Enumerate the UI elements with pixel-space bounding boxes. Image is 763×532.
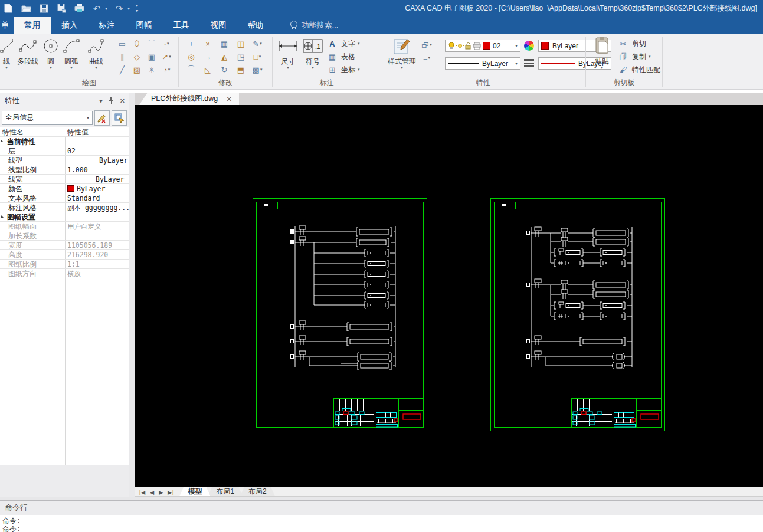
corner-icon[interactable]: ◳	[234, 51, 247, 63]
annotate-item-坐标[interactable]: ⊞坐标▾	[326, 63, 360, 76]
curve-fit-icon[interactable]: ⌒	[145, 38, 158, 50]
layout-tab-模型[interactable]: 模型	[179, 487, 210, 496]
print-icon[interactable]	[73, 2, 85, 14]
style-manager-button[interactable]: 样式管理 ▾	[384, 36, 420, 70]
undo-icon[interactable]: ↶	[91, 2, 103, 14]
customize-toolbar-icon[interactable]: ▾▾	[136, 3, 138, 14]
draw-button-多段线[interactable]: 多段线	[13, 36, 42, 65]
property-group-图幅设置[interactable]: 图幅设置	[0, 212, 129, 222]
mirror-icon[interactable]: ◭	[218, 51, 231, 63]
lineweight-icon[interactable]	[524, 59, 534, 67]
property-row-图纸方向[interactable]: 图纸方向横放	[0, 269, 129, 278]
clipboard-item-复制[interactable]: 🗍复制▾	[617, 50, 660, 63]
pie-icon[interactable]: ◔▾	[160, 64, 173, 75]
property-row-文本风格[interactable]: 文本风格Standard	[0, 193, 129, 203]
array-icon[interactable]: ▦	[218, 38, 231, 50]
extend-icon[interactable]: →	[201, 51, 214, 63]
fillet-icon[interactable]: ⌒	[185, 64, 198, 75]
property-row-标注风格[interactable]: 标注风格副本 gggggggg...	[0, 203, 129, 212]
point-icon[interactable]: ·▾	[160, 38, 173, 50]
menu-tab-工具[interactable]: 工具	[163, 17, 200, 34]
first-tab-icon[interactable]: ◀	[139, 490, 145, 495]
panel-close-icon[interactable]: ✕	[120, 97, 125, 105]
undo-dropdown-icon[interactable]: ▾	[105, 6, 107, 11]
save-all-icon[interactable]	[55, 2, 67, 14]
stretch-icon[interactable]: ◫	[234, 38, 247, 50]
panel-splitter[interactable]	[129, 93, 135, 497]
command-line-input[interactable]: 命令:命令:	[0, 516, 763, 532]
draw-button-线[interactable]: 线▾	[0, 36, 13, 70]
menu-tab-overflow[interactable]: 单	[0, 17, 14, 34]
panel-menu-dropdown-icon[interactable]: ▾	[99, 97, 103, 105]
annotate-button-尺寸[interactable]: 尺寸▾	[276, 36, 300, 70]
linetype-combo[interactable]: ByLayer ▾	[445, 57, 520, 70]
clipboard-item-特性匹配[interactable]: 🖌特性匹配	[617, 63, 660, 76]
draw-button-圆弧[interactable]: 圆弧▾	[59, 36, 84, 70]
boundary-icon[interactable]: ▣	[145, 51, 158, 63]
save-icon[interactable]	[38, 2, 50, 14]
clear-edit-button[interactable]	[94, 110, 110, 126]
edit-icon[interactable]: ✎▾	[251, 38, 264, 50]
property-row-线型比例[interactable]: 线型比例1.000	[0, 165, 129, 175]
annotate-item-表格[interactable]: ▦表格	[326, 50, 360, 63]
polygon-icon[interactable]: ◇	[130, 51, 143, 63]
drawing-canvas[interactable]	[135, 105, 763, 487]
new-file-icon[interactable]	[2, 2, 14, 14]
open-file-icon[interactable]	[20, 2, 32, 14]
property-row-图纸幅面[interactable]: 图纸幅面用户自定义	[0, 222, 129, 231]
menu-tab-插入[interactable]: 插入	[51, 17, 89, 34]
feature-search[interactable]: 功能搜索...	[290, 17, 339, 34]
scope-combo[interactable]: 全局信息 ▾	[2, 111, 93, 125]
panel-pin-icon[interactable]	[109, 97, 114, 105]
3d-move-icon[interactable]: ⬒	[234, 64, 247, 75]
layer-tools-icon[interactable]: 🗗▾	[420, 39, 433, 51]
layout-tab-布局2[interactable]: 布局2	[240, 487, 275, 496]
explode-icon[interactable]: ▩▾	[251, 64, 264, 75]
layout-tab-布局1[interactable]: 布局1	[208, 487, 243, 496]
last-tab-icon[interactable]: ▶	[168, 490, 173, 495]
prev-tab-icon[interactable]: ◀	[150, 490, 154, 495]
draw-button-圆[interactable]: 圆▾	[42, 36, 59, 70]
linetype-tools-icon[interactable]: ≡▾	[420, 52, 433, 64]
menu-tab-常用[interactable]: 常用	[14, 17, 51, 34]
scale-icon[interactable]: □▾	[251, 51, 264, 63]
property-row-加长系数[interactable]: 加长系数	[0, 231, 129, 241]
next-tab-icon[interactable]: ▶	[159, 490, 163, 495]
property-group-当前特性[interactable]: 当前特性	[0, 137, 129, 146]
redo-icon[interactable]: ↷	[113, 2, 125, 14]
annotate-button-符号[interactable]: .1符号▾	[301, 36, 325, 70]
property-row-层[interactable]: 层02	[0, 146, 129, 156]
pick-object-button[interactable]	[112, 110, 127, 126]
leader-arrow-icon[interactable]: ↗▾	[160, 51, 173, 63]
annotate-item-文字[interactable]: A文字▾	[326, 37, 360, 50]
property-row-颜色[interactable]: 颜色ByLayer	[0, 184, 129, 193]
parallel-line-icon[interactable]: ∥	[116, 51, 129, 63]
paste-button[interactable]: 粘贴 ▾	[590, 36, 614, 70]
rotate-icon[interactable]: ↻	[218, 64, 231, 75]
rectangle-icon[interactable]: ▭	[116, 38, 129, 50]
trim-icon[interactable]: ×	[201, 38, 214, 50]
document-tab[interactable]: PLC外部接线图.dwg ✕	[139, 93, 239, 105]
clipboard-item-剪切[interactable]: ✂剪切	[617, 37, 660, 50]
hatch-icon[interactable]: ▨	[130, 64, 143, 75]
color-picker-wheel-icon[interactable]	[524, 41, 534, 51]
property-row-高度[interactable]: 高度216298.920	[0, 250, 129, 260]
menu-tab-帮助[interactable]: 帮助	[237, 17, 274, 34]
axis-line-icon[interactable]: ╱	[116, 64, 129, 75]
property-row-宽度[interactable]: 宽度1105056.189	[0, 241, 129, 250]
document-tab-close-icon[interactable]: ✕	[226, 95, 232, 103]
offset-icon[interactable]: ◎	[185, 51, 198, 63]
draw-button-曲线[interactable]: 曲线▾	[84, 36, 109, 70]
layer-combo[interactable]: 02 ▾	[445, 40, 520, 52]
move-icon[interactable]: ＋	[185, 38, 198, 50]
property-row-线宽[interactable]: 线宽ByLayer	[0, 175, 129, 184]
menu-tab-视图[interactable]: 视图	[200, 17, 237, 34]
menu-tab-图幅[interactable]: 图幅	[126, 17, 163, 34]
property-row-图纸比例[interactable]: 图纸比例1:1	[0, 260, 129, 269]
gear-icon[interactable]: ✳	[145, 64, 158, 75]
redo-dropdown-icon[interactable]: ▾	[127, 6, 130, 11]
ellipse-icon[interactable]: ⬯	[130, 38, 143, 50]
menu-tab-标注[interactable]: 标注	[89, 17, 126, 34]
property-row-线型[interactable]: 线型ByLayer	[0, 156, 129, 165]
chamfer-icon[interactable]: ◺	[201, 64, 214, 75]
